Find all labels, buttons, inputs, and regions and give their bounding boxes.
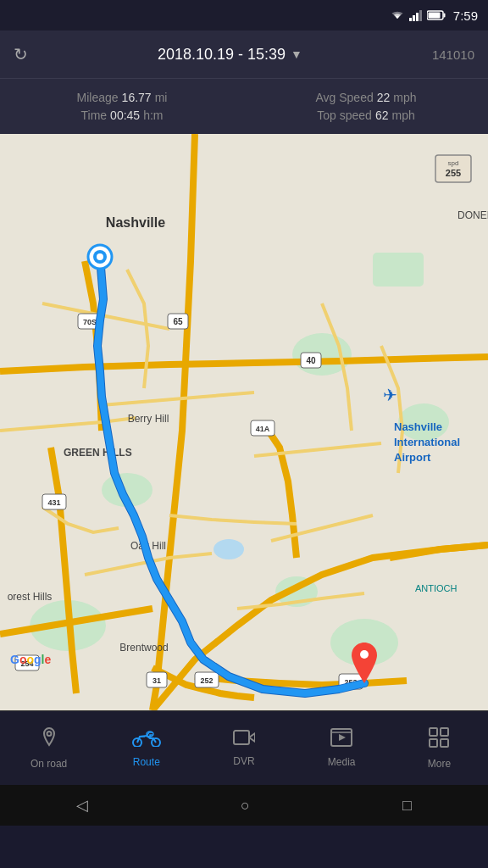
trip-id: 141010 xyxy=(432,47,474,62)
battery-icon xyxy=(427,10,446,20)
svg-text:Nashville: Nashville xyxy=(394,420,442,433)
status-time: 7:59 xyxy=(453,8,478,23)
svg-text:31: 31 xyxy=(152,676,161,685)
svg-text:orest Hills: orest Hills xyxy=(8,591,53,603)
nav-item-route[interactable]: Route xyxy=(97,711,195,785)
stats-bar: Mileage 16.77 mi Time 00:45 h:m Avg Spee… xyxy=(0,78,488,134)
svg-rect-1 xyxy=(413,15,415,21)
svg-text:41A: 41A xyxy=(256,425,270,433)
avg-speed-row: Avg Speed 22 mph xyxy=(315,91,416,104)
svg-text:DONELSO: DONELSO xyxy=(458,209,488,221)
svg-rect-3 xyxy=(419,10,422,21)
svg-rect-5 xyxy=(443,14,445,18)
svg-point-15 xyxy=(214,539,244,559)
map-container[interactable]: Nashville Berry Hill GREEN HILLS Oak Hil… xyxy=(0,134,488,710)
status-bar: 7:59 xyxy=(0,0,488,31)
svg-rect-57 xyxy=(234,731,249,744)
svg-rect-64 xyxy=(430,739,437,747)
svg-rect-0 xyxy=(409,18,412,21)
svg-text:Berry Hill: Berry Hill xyxy=(128,413,169,425)
header-date[interactable]: 2018.10.19 - 15:39 ▼ xyxy=(158,46,302,64)
nav-item-dvr[interactable]: DVR xyxy=(195,711,292,785)
mileage-row: Mileage 16.77 mi xyxy=(77,91,168,104)
nav-label-on-road: On road xyxy=(30,758,67,770)
nav-label-more: More xyxy=(428,758,451,770)
header: ↻ 2018.10.19 - 15:39 ▼ 141010 xyxy=(0,31,488,78)
route-icon xyxy=(131,728,162,752)
svg-text:65: 65 xyxy=(173,317,183,326)
nav-item-on-road[interactable]: On road xyxy=(0,711,97,785)
status-icons: 7:59 xyxy=(390,8,478,23)
svg-text:252: 252 xyxy=(200,676,213,685)
svg-text:255: 255 xyxy=(446,168,461,178)
top-speed-row: Top speed 62 mph xyxy=(317,108,414,122)
dvr-icon xyxy=(233,729,255,751)
svg-text:GREEN HILLS: GREEN HILLS xyxy=(64,447,132,459)
svg-rect-6 xyxy=(428,13,440,19)
svg-text:spd: spd xyxy=(448,159,459,167)
svg-text:International: International xyxy=(394,436,460,448)
svg-text:Nashville: Nashville xyxy=(106,215,165,230)
svg-rect-65 xyxy=(441,739,448,747)
more-icon xyxy=(428,726,450,754)
svg-text:70S: 70S xyxy=(83,318,97,326)
on-road-icon xyxy=(38,726,60,754)
back-button[interactable]: ◁ xyxy=(76,796,88,815)
nav-label-dvr: DVR xyxy=(233,755,254,767)
nav-item-more[interactable]: More xyxy=(391,711,488,785)
home-button[interactable]: ○ xyxy=(241,797,250,815)
signal-icon xyxy=(409,9,423,21)
svg-marker-60 xyxy=(339,734,346,741)
nav-item-media[interactable]: Media xyxy=(293,711,391,785)
google-logo: Google xyxy=(10,653,51,666)
wifi-icon xyxy=(390,9,405,21)
stats-left: Mileage 16.77 mi Time 00:45 h:m xyxy=(0,91,244,122)
sys-nav: ◁ ○ □ xyxy=(0,785,488,826)
stats-right: Avg Speed 22 mph Top speed 62 mph xyxy=(244,91,488,122)
dropdown-icon: ▼ xyxy=(291,47,302,61)
map-svg: Nashville Berry Hill GREEN HILLS Oak Hil… xyxy=(0,134,488,710)
svg-rect-62 xyxy=(430,728,437,736)
svg-text:ANTIOCH: ANTIOCH xyxy=(415,583,458,593)
svg-point-51 xyxy=(97,253,103,260)
svg-rect-63 xyxy=(441,728,448,736)
svg-text:40: 40 xyxy=(306,356,316,365)
svg-text:Brentwood: Brentwood xyxy=(119,642,168,654)
bottom-nav: On road Route DVR xyxy=(0,710,488,785)
svg-point-52 xyxy=(360,650,369,659)
nav-label-route: Route xyxy=(133,756,160,768)
svg-point-53 xyxy=(47,732,51,736)
recent-button[interactable]: □ xyxy=(402,797,412,815)
svg-rect-2 xyxy=(416,13,419,21)
refresh-button[interactable]: ↻ xyxy=(14,44,28,64)
svg-marker-58 xyxy=(249,733,255,742)
svg-text:431: 431 xyxy=(47,498,60,507)
svg-rect-14 xyxy=(373,253,424,287)
svg-text:Airport: Airport xyxy=(394,451,431,464)
nav-label-media: Media xyxy=(328,756,356,768)
svg-text:✈: ✈ xyxy=(383,386,397,404)
media-icon xyxy=(330,728,352,752)
time-row: Time 00:45 h:m xyxy=(81,108,164,122)
